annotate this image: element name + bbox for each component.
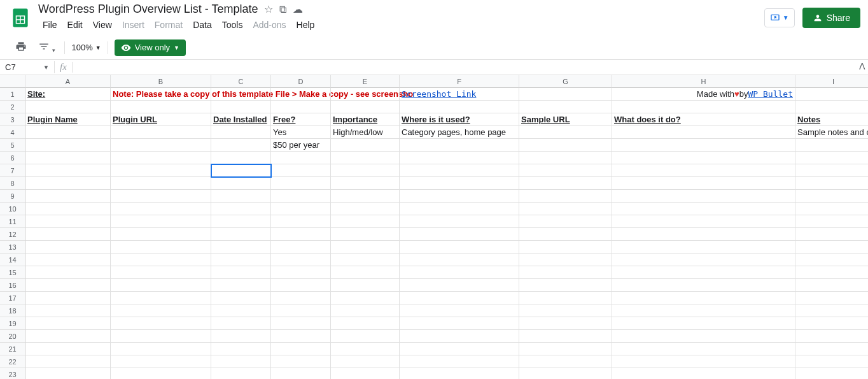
row-header[interactable]: 6 <box>0 152 25 164</box>
cell[interactable] <box>271 330 331 343</box>
cell[interactable] <box>400 241 519 254</box>
cell[interactable] <box>519 304 612 317</box>
cell[interactable] <box>25 343 111 355</box>
cell[interactable] <box>612 343 795 355</box>
cell[interactable] <box>519 139 612 152</box>
cell[interactable] <box>271 152 331 164</box>
cell[interactable] <box>25 292 111 304</box>
cell[interactable] <box>400 203 519 215</box>
cell[interactable] <box>271 190 331 203</box>
cell[interactable] <box>25 279 111 292</box>
cell[interactable] <box>519 279 612 292</box>
cell[interactable] <box>331 330 400 343</box>
cell[interactable] <box>400 279 519 292</box>
cell[interactable] <box>612 317 795 330</box>
cell[interactable] <box>211 126 271 139</box>
cell[interactable] <box>25 368 111 379</box>
cell[interactable] <box>331 139 400 152</box>
cell[interactable] <box>331 317 400 330</box>
cell[interactable]: Yes <box>271 126 331 139</box>
cell[interactable] <box>111 292 211 304</box>
cell[interactable] <box>111 368 211 379</box>
cell[interactable] <box>519 190 612 203</box>
row-header[interactable]: 3 <box>0 113 25 126</box>
select-all-corner[interactable] <box>0 75 25 88</box>
cell[interactable] <box>211 241 271 254</box>
cell[interactable] <box>519 317 612 330</box>
cell[interactable] <box>519 101 612 113</box>
row-header[interactable]: 23 <box>0 368 25 379</box>
cell[interactable] <box>400 164 519 177</box>
cell[interactable] <box>25 177 111 190</box>
document-title[interactable]: WordPress Plugin Overview List - Templat… <box>38 3 258 16</box>
cell[interactable] <box>519 355 612 368</box>
cell[interactable] <box>519 177 612 190</box>
cell[interactable]: Made with ♥ by WP Bullet <box>612 88 795 101</box>
cell[interactable] <box>211 343 271 355</box>
cell[interactable] <box>795 177 868 190</box>
cell[interactable] <box>211 177 271 190</box>
cell[interactable]: Category pages, home page <box>400 126 519 139</box>
cell[interactable] <box>519 292 612 304</box>
cell[interactable] <box>519 266 612 279</box>
menu-data[interactable]: Data <box>188 17 216 32</box>
row-header[interactable]: 9 <box>0 190 25 203</box>
row-header[interactable]: 7 <box>0 164 25 177</box>
cell[interactable] <box>519 228 612 241</box>
cell[interactable] <box>25 355 111 368</box>
cell[interactable] <box>271 164 331 177</box>
cell[interactable] <box>612 228 795 241</box>
cell[interactable] <box>519 368 612 379</box>
cell[interactable] <box>271 215 331 228</box>
cell[interactable] <box>795 304 868 317</box>
cell[interactable] <box>331 190 400 203</box>
row-header[interactable]: 4 <box>0 126 25 139</box>
cell[interactable] <box>211 292 271 304</box>
sheets-logo[interactable] <box>8 5 33 31</box>
collapse-toolbar-icon[interactable]: ᐱ <box>859 61 865 71</box>
move-icon[interactable]: ⧉ <box>279 4 286 15</box>
cell[interactable] <box>519 254 612 266</box>
cell[interactable] <box>795 343 868 355</box>
cell[interactable] <box>211 317 271 330</box>
cell[interactable] <box>111 279 211 292</box>
row-header[interactable]: 11 <box>0 215 25 228</box>
cell[interactable] <box>111 266 211 279</box>
cell[interactable]: Site: <box>25 88 111 101</box>
cell[interactable] <box>795 203 868 215</box>
cell[interactable] <box>25 190 111 203</box>
cell[interactable] <box>211 330 271 343</box>
cell[interactable] <box>331 304 400 317</box>
cell[interactable] <box>111 355 211 368</box>
cell[interactable] <box>612 304 795 317</box>
cell[interactable] <box>25 164 111 177</box>
row-header[interactable]: 21 <box>0 343 25 355</box>
cell[interactable] <box>271 203 331 215</box>
cell[interactable]: Note: Please take a copy of this templat… <box>111 88 211 101</box>
column-header[interactable]: I <box>795 75 868 88</box>
cell[interactable] <box>211 101 271 113</box>
cell[interactable] <box>400 215 519 228</box>
cell[interactable] <box>400 152 519 164</box>
cell[interactable] <box>331 177 400 190</box>
cell[interactable] <box>612 241 795 254</box>
cell[interactable] <box>795 215 868 228</box>
cell[interactable] <box>612 368 795 379</box>
cell[interactable] <box>111 215 211 228</box>
cell[interactable] <box>400 330 519 343</box>
row-header[interactable]: 2 <box>0 101 25 113</box>
cell[interactable] <box>211 152 271 164</box>
cell[interactable] <box>25 101 111 113</box>
column-header[interactable]: A <box>25 75 111 88</box>
cell[interactable] <box>612 266 795 279</box>
cell[interactable] <box>331 368 400 379</box>
menu-edit[interactable]: Edit <box>63 17 87 32</box>
row-header[interactable]: 12 <box>0 228 25 241</box>
cell[interactable] <box>400 190 519 203</box>
cell[interactable] <box>795 228 868 241</box>
cell[interactable] <box>111 228 211 241</box>
column-header[interactable]: C <box>211 75 271 88</box>
cell[interactable] <box>211 228 271 241</box>
cell[interactable] <box>795 101 868 113</box>
cell[interactable] <box>25 126 111 139</box>
